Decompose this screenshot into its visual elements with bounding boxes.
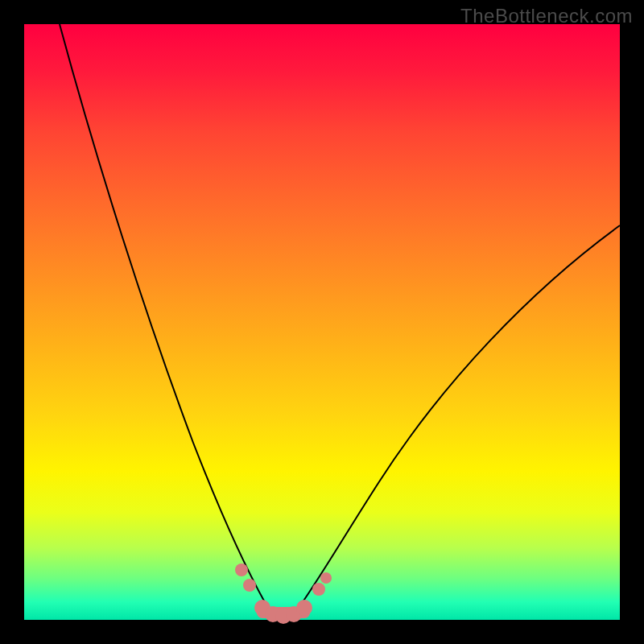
curve-left-branch: [60, 24, 272, 613]
curve-right-branch: [295, 225, 620, 613]
plot-area: [24, 24, 620, 620]
chart-svg: [24, 24, 620, 620]
chart-frame: TheBottleneck.com: [0, 0, 644, 644]
marker-dot: [243, 579, 256, 592]
marker-dot: [296, 600, 312, 616]
marker-dot: [235, 564, 248, 576]
marker-dot: [320, 572, 332, 584]
marker-dot: [312, 583, 325, 596]
